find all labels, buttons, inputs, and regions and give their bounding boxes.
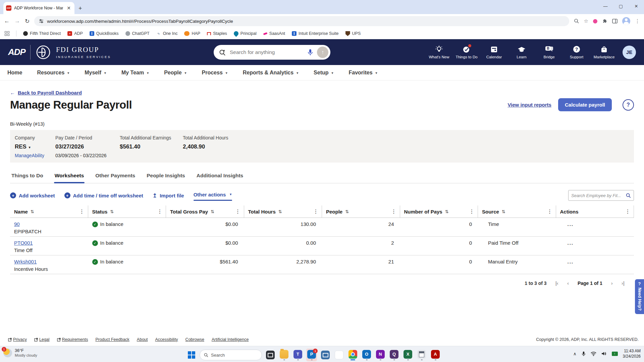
taskbar-calculator[interactable] [416,349,427,361]
row-actions-button[interactable]: ... [568,259,574,264]
taskbar-remote-desktop[interactable] [320,349,331,361]
nav-reports-analytics[interactable]: Reports & Analytics▼ [243,70,299,76]
last-page-icon[interactable]: ›| [622,280,625,286]
worksheet-link[interactable]: PTO001 [14,240,33,246]
footer-link-product-feedback[interactable]: Product Feedback [95,337,129,342]
volume-icon[interactable] [601,351,607,356]
column-menu-icon[interactable]: ⋮ [625,208,630,215]
sort-icon[interactable]: ⇅ [502,209,505,214]
column-menu-icon[interactable]: ⋮ [79,208,85,215]
start-button[interactable] [186,350,197,360]
row-actions-button[interactable]: ... [568,240,574,246]
learn-button[interactable]: Learn [509,45,534,59]
bookmark-intuit[interactable]: Intuit Enterprise Suite [292,31,339,36]
sort-icon[interactable]: ⇅ [31,209,34,214]
tray-expand-icon[interactable]: ∧ [573,351,577,356]
footer-link-privacy[interactable]: Privacy [8,337,27,342]
tab-additional-insights[interactable]: Additional Insights [196,173,244,183]
other-actions-dropdown[interactable]: Other actions▼ [194,192,232,199]
column-menu-icon[interactable]: ⋮ [469,208,474,215]
browser-tab[interactable]: ADP ADP Workforce Now - Manage ✕ [3,2,74,14]
column-menu-icon[interactable]: ⋮ [313,208,318,215]
address-bar[interactable]: workforcenow.adp.com/theme/admin.html#/P… [34,16,569,26]
nav-myself[interactable]: Myself▼ [85,70,107,76]
prev-page-icon[interactable]: ‹ [567,280,569,286]
bookmark-fifth-third[interactable]: Fifth Third Direct [23,31,61,36]
add-time-worksheet-button[interactable]: +Add time / time off worksheet [64,192,143,198]
extensions-puzzle-icon[interactable] [602,18,607,24]
next-page-icon[interactable]: › [611,280,613,286]
whats-new-button[interactable]: What's New [427,45,451,59]
taskbar-people-app[interactable]: 1P [306,349,317,361]
browser-menu-icon[interactable]: ⋮ [635,18,640,24]
bookmark-chatgpt[interactable]: ChatGPT [125,31,150,36]
sort-icon[interactable]: ⇅ [211,209,214,214]
taskbar-acrobat[interactable]: A [430,349,441,361]
row-actions-button[interactable]: ... [568,221,574,227]
employee-search[interactable] [568,190,634,201]
taskbar-app-window[interactable] [265,349,276,361]
search-submit-icon[interactable]: ↑ [317,47,328,58]
column-menu-icon[interactable]: ⋮ [547,208,552,215]
global-search[interactable]: ↑ [214,45,330,60]
taskbar-file-explorer[interactable] [279,349,289,361]
bookmark-adp[interactable]: AADP [67,31,83,36]
nav-process[interactable]: Process▼ [202,70,228,76]
zoom-indicator-icon[interactable] [574,18,579,24]
bookmark-saasant[interactable]: SaasAnt [263,31,285,36]
worksheet-link[interactable]: Wrksh001 [14,259,37,264]
bookmark-ups[interactable]: UPS [345,31,361,36]
nav-resources[interactable]: Resources▼ [37,70,70,76]
tab-worksheets[interactable]: Worksheets [54,173,85,183]
view-input-reports-link[interactable]: View input reports [507,102,551,108]
sort-icon[interactable]: ⇅ [445,209,449,214]
nav-setup[interactable]: Setup▼ [314,70,334,76]
sort-icon[interactable]: ⇅ [278,209,282,214]
taskbar-chrome[interactable] [347,349,358,361]
tab-things-to-do[interactable]: Things to Do [11,173,44,183]
battery-icon[interactable]: ↑ [612,352,618,356]
footer-link-legal[interactable]: Legal [34,337,50,342]
support-button[interactable]: ? Support [564,45,589,59]
taskbar-outlook[interactable]: O [361,349,372,361]
column-menu-icon[interactable]: ⋮ [157,208,162,215]
tray-microphone-icon[interactable] [582,351,586,356]
marketplace-button[interactable]: Marketplace [592,45,616,59]
bookmark-one-inc[interactable]: ∿One Inc [156,31,178,36]
forward-icon[interactable]: → [14,18,20,24]
apps-grid-icon[interactable] [5,31,9,36]
footer-link-about[interactable]: About [137,337,148,342]
column-menu-icon[interactable]: ⋮ [391,208,396,215]
close-button[interactable]: ✕ [629,0,644,12]
extension-pink-icon[interactable] [593,19,597,23]
microphone-icon[interactable] [308,49,313,56]
nav-favorites[interactable]: Favorites▼ [348,70,378,76]
taskbar-quickbooks[interactable]: Q [389,349,399,361]
bookmark-principal[interactable]: Principal [234,31,257,36]
taskbar-onenote[interactable]: N [375,349,386,361]
nav-home[interactable]: Home [7,70,22,76]
global-search-input[interactable] [230,49,304,55]
add-worksheet-button[interactable]: +Add worksheet [10,192,55,198]
things-to-do-button[interactable]: Things to Do [454,45,479,59]
user-avatar[interactable]: JE [623,46,636,59]
tab-people-insights[interactable]: People Insights [146,173,186,183]
calendar-button[interactable]: Calendar [482,45,506,59]
worksheet-link[interactable]: 90 [14,221,20,227]
minimize-button[interactable]: — [598,0,613,12]
sort-icon[interactable]: ⇅ [110,209,114,214]
manageability-link[interactable]: ManageAbility [15,153,55,158]
back-icon[interactable]: ← [4,18,10,24]
tab-other-payments[interactable]: Other Payments [95,173,136,183]
page-help-icon[interactable]: ? [623,99,634,111]
maximize-button[interactable]: ▢ [613,0,629,12]
footer-link-accessibility[interactable]: Accessibility [155,337,178,342]
browser-panel-icon[interactable] [612,19,618,23]
taskbar-search[interactable]: Search [200,350,262,360]
back-to-payroll-dashboard-link[interactable]: Back to Payroll Dashboard [18,90,82,96]
footer-link-requirements[interactable]: Requirements [57,337,88,342]
employee-search-input[interactable] [571,193,624,198]
search-icon[interactable] [626,193,631,198]
taskbar-clock[interactable]: 11:43 AM 3/24/2026 [623,348,641,359]
first-page-icon[interactable]: |‹ [555,280,558,286]
